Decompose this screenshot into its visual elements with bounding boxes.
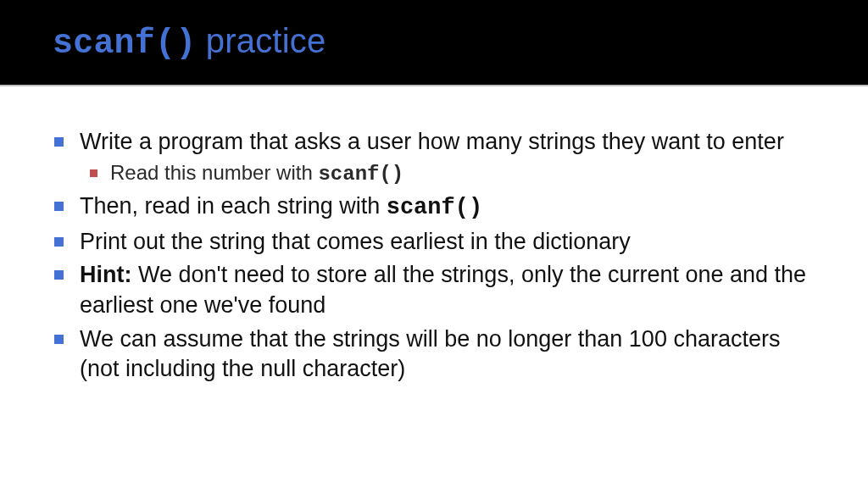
bullet-item: We can assume that the strings will be n… bbox=[53, 324, 815, 385]
title-bar: scanf() practice bbox=[0, 0, 868, 86]
bullet-list: Write a program that asks a user how man… bbox=[53, 127, 815, 385]
title-rest: practice bbox=[196, 22, 326, 59]
bullet-item: Write a program that asks a user how man… bbox=[53, 127, 815, 188]
bullet-text: Print out the string that comes earliest… bbox=[80, 229, 631, 254]
sub-bullet-text: Read this number with bbox=[110, 161, 318, 184]
bullet-text: We don't need to store all the strings, … bbox=[80, 262, 806, 318]
sub-bullet-list: Read this number with scanf() bbox=[80, 159, 815, 188]
hint-label: Hint: bbox=[80, 262, 131, 287]
bullet-text: We can assume that the strings will be n… bbox=[80, 326, 780, 382]
sub-bullet-item: Read this number with scanf() bbox=[80, 159, 815, 188]
bullet-item: Hint: We don't need to store all the str… bbox=[53, 260, 815, 320]
bullet-text: Write a program that asks a user how man… bbox=[80, 129, 784, 154]
slide: scanf() practice Write a program that as… bbox=[0, 0, 868, 488]
bullet-item: Print out the string that comes earliest… bbox=[53, 227, 815, 258]
title-code: scanf() bbox=[53, 25, 196, 63]
code-inline: scanf() bbox=[318, 163, 403, 186]
code-inline: scanf() bbox=[387, 195, 482, 220]
bullet-item: Then, read in each string with scanf() bbox=[53, 191, 815, 224]
slide-body: Write a program that asks a user how man… bbox=[0, 86, 868, 488]
bullet-text: Then, read in each string with bbox=[80, 193, 387, 219]
slide-title: scanf() practice bbox=[53, 22, 868, 63]
